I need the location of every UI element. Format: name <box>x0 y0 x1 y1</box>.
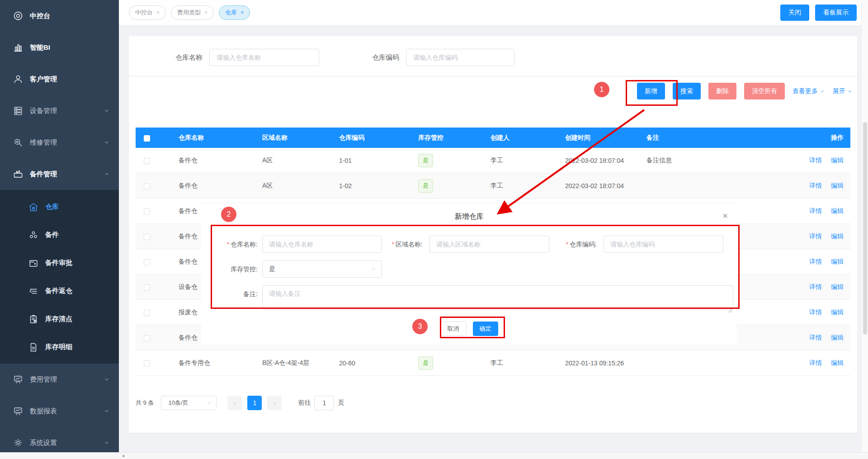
vertical-scrollbar[interactable] <box>861 0 868 452</box>
sidebar-subitem-库存明细[interactable]: 库存明细 <box>0 333 119 361</box>
stock-control-select[interactable]: 是 <box>262 260 382 278</box>
row-checkbox[interactable] <box>144 158 150 164</box>
close-page-button[interactable]: 关闭 <box>780 5 809 21</box>
menu-label: 客户管理 <box>30 75 110 84</box>
chevron-down-icon <box>104 376 110 383</box>
device-icon <box>13 105 24 116</box>
menu-label: 备件返仓 <box>45 287 110 295</box>
modal-name-label: *仓库名称: <box>210 236 258 253</box>
edit-link[interactable]: 编辑 <box>831 359 844 366</box>
row-checkbox[interactable] <box>144 310 150 316</box>
board-display-button[interactable]: 看板展示 <box>815 5 857 21</box>
edit-link[interactable]: 编辑 <box>831 258 844 265</box>
edit-link[interactable]: 编辑 <box>831 334 844 341</box>
sidebar-subitem-备件[interactable]: 备件 <box>0 221 119 249</box>
modal-area-input[interactable] <box>429 236 549 253</box>
sidebar-item-备件管理[interactable]: 备件管理 <box>0 158 119 190</box>
cell-warehouse-code: 1-01 <box>332 157 411 164</box>
select-all-checkbox[interactable] <box>144 135 150 142</box>
confirm-button[interactable]: 确定 <box>473 322 498 336</box>
menu-label: 库存清点 <box>45 315 110 323</box>
bi-icon <box>13 42 24 53</box>
detail-link[interactable]: 详情 <box>809 308 822 316</box>
modal-code-label: *仓库编码: <box>549 236 597 253</box>
detail-link[interactable]: 详情 <box>809 207 822 214</box>
spare-parts-submenu: 仓库备件备件审批备件返仓库存清点库存明细 <box>0 190 119 364</box>
detail-link[interactable]: 详情 <box>809 156 822 164</box>
modal-name-input[interactable] <box>262 236 382 253</box>
row-checkbox[interactable] <box>144 208 150 215</box>
stock-control-badge: 是 <box>418 154 433 167</box>
edit-link[interactable]: 编辑 <box>831 232 844 240</box>
next-page-button[interactable]: › <box>267 396 282 410</box>
row-checkbox[interactable] <box>144 335 150 341</box>
row-checkbox[interactable] <box>144 183 150 189</box>
detail-link[interactable]: 详情 <box>809 182 822 189</box>
prev-page-button[interactable]: ‹ <box>227 396 242 410</box>
sidebar-item-数据报表[interactable]: 数据报表 <box>0 395 119 427</box>
menu-label: 智能BI <box>30 43 110 52</box>
detail-link[interactable]: 详情 <box>809 232 822 240</box>
sidebar-subitem-备件返仓[interactable]: 备件返仓 <box>0 277 119 305</box>
delete-button[interactable]: 删除 <box>708 83 736 99</box>
cancel-button[interactable]: 取消 <box>440 322 467 336</box>
tab-close-icon[interactable]: × <box>156 9 160 16</box>
detail-link[interactable]: 详情 <box>809 334 822 341</box>
modal-code-input[interactable] <box>604 236 723 253</box>
chevron-down-icon <box>206 400 212 406</box>
clear-all-button[interactable]: 清空所有 <box>744 83 785 99</box>
edit-link[interactable]: 编辑 <box>831 182 844 189</box>
tab-warehouse[interactable]: 仓库 × <box>219 5 250 20</box>
modal-remark-textarea[interactable] <box>262 285 733 310</box>
tab-console[interactable]: 中控台 × <box>129 5 166 20</box>
table-row: 备件专用仓 B区-A仓-4架-4层 20-60 是 李工 2022-01-13 … <box>136 350 850 376</box>
expense-icon <box>13 374 24 385</box>
stockdetail-icon <box>28 342 38 352</box>
expand-link[interactable]: 展开 <box>833 87 853 95</box>
sidebar-item-智能BI[interactable]: 智能BI <box>0 32 119 63</box>
sidebar-item-维修管理[interactable]: 维修管理 <box>0 127 119 158</box>
detail-link[interactable]: 详情 <box>809 258 822 265</box>
pagination: 共 9 条 10条/页 ‹ 1 › 前往 页 <box>136 396 344 410</box>
warehouse-name-input[interactable] <box>209 49 319 66</box>
sidebar-subitem-仓库[interactable]: 仓库 <box>0 193 119 221</box>
sidebar-item-客户管理[interactable]: 客户管理 <box>0 63 119 95</box>
cell-area-name: A区 <box>255 156 332 165</box>
menu-label: 仓库 <box>45 203 110 211</box>
row-checkbox[interactable] <box>144 234 150 240</box>
menu-label: 维修管理 <box>30 138 104 147</box>
row-checkbox[interactable] <box>144 360 150 367</box>
menu-label: 设备管理 <box>30 107 104 115</box>
horizontal-scrollbar[interactable]: ◂ <box>0 452 868 459</box>
goto-page-input[interactable] <box>314 396 334 410</box>
sidebar-subitem-库存清点[interactable]: 库存清点 <box>0 305 119 333</box>
view-more-link[interactable]: 查看更多 <box>793 87 825 95</box>
col-warehouse-name: 仓库名称 <box>172 134 255 142</box>
detail-link[interactable]: 详情 <box>809 283 822 290</box>
chevron-up-icon <box>104 171 110 177</box>
warehouse-code-input[interactable] <box>406 49 514 66</box>
detail-link[interactable]: 详情 <box>809 359 822 366</box>
sidebar-subitem-备件审批[interactable]: 备件审批 <box>0 249 119 277</box>
scrollbar-thumb[interactable] <box>863 122 867 335</box>
close-icon[interactable]: × <box>722 211 728 220</box>
tab-expense-type[interactable]: 费用类型 × <box>171 5 214 20</box>
row-checkbox[interactable] <box>144 284 150 291</box>
return-icon <box>28 286 38 296</box>
tab-close-icon[interactable]: × <box>204 9 208 16</box>
page-size-select[interactable]: 10条/页 <box>161 396 217 410</box>
edit-link[interactable]: 编辑 <box>831 156 844 164</box>
sidebar-item-中控台[interactable]: 中控台 <box>0 0 119 32</box>
current-page-button[interactable]: 1 <box>247 396 262 410</box>
cell-created-time: 2022-01-13 09:15:26 <box>561 360 640 367</box>
sidebar-item-设备管理[interactable]: 设备管理 <box>0 95 119 127</box>
tab-close-icon[interactable]: × <box>241 9 244 16</box>
add-button[interactable]: 新增 <box>637 83 665 99</box>
search-button[interactable]: 搜索 <box>673 83 701 99</box>
edit-link[interactable]: 编辑 <box>831 283 844 290</box>
chevron-down-icon <box>104 408 110 414</box>
edit-link[interactable]: 编辑 <box>831 207 844 214</box>
row-checkbox[interactable] <box>144 259 150 265</box>
edit-link[interactable]: 编辑 <box>831 308 844 316</box>
sidebar-item-费用管理[interactable]: 费用管理 <box>0 364 119 395</box>
